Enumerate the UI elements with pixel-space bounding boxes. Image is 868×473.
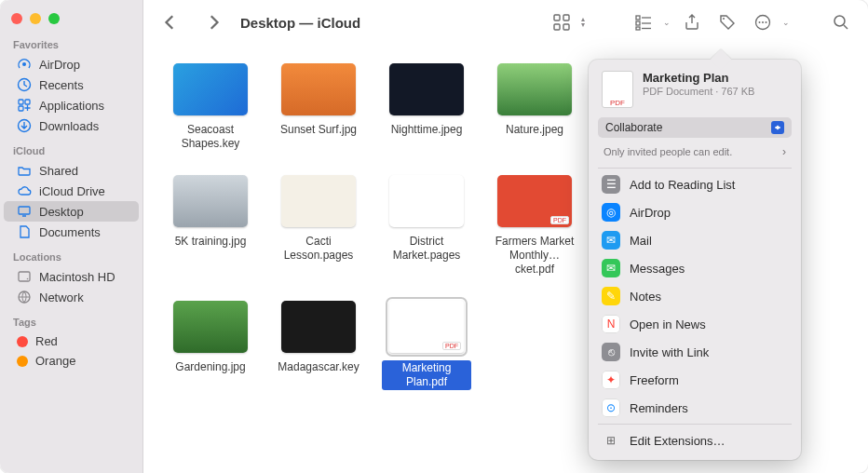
svg-rect-2 [19,100,23,104]
sidebar-item-icloud-drive[interactable]: iCloud Drive [4,181,139,201]
file-item[interactable]: Nighttime.jpeg [382,63,471,151]
sidebar-item-desktop[interactable]: Desktop [4,201,139,222]
share-item-label: Invite with Link [630,345,709,359]
file-name: 5K training.jpg [175,235,247,249]
svg-rect-11 [563,15,569,20]
collaborate-dropdown[interactable]: Collaborate [598,117,792,138]
svg-line-26 [844,25,848,29]
sidebar-item-network[interactable]: Network [4,287,139,307]
sidebar-item-label: Documents [39,225,101,239]
share-item-reminders[interactable]: ⊙Reminders [589,394,801,422]
file-name: Nighttime.jpeg [391,123,463,137]
file-item[interactable]: Madagascar.key [274,301,363,390]
sidebar-item-recents[interactable]: Recents [4,74,139,95]
pdf-badge: PDF [442,342,461,350]
share-item-label: Messages [630,262,685,276]
separator [598,424,792,425]
share-item-label: Open in News [630,318,706,331]
window-controls [0,7,142,35]
sidebar-item-label: Shared [39,164,78,178]
file-item[interactable]: Seacoast Shapes.key [166,63,255,151]
sidebar: Favorites AirDropRecentsApplicationsDown… [0,0,143,473]
app-icon: ✦ [602,371,620,389]
sidebar-item-downloads[interactable]: Downloads [4,115,139,136]
back-button[interactable] [156,10,184,34]
share-item-notes[interactable]: ✎Notes [589,282,801,310]
share-item-messages[interactable]: ✉Messages [589,254,801,282]
forward-button[interactable] [199,10,227,34]
file-item[interactable]: Gardening.jpg [166,301,255,390]
svg-rect-13 [563,24,569,30]
view-chevron-icon[interactable]: ▴▾ [581,17,585,28]
file-thumbnail: PDF [389,301,464,353]
file-thumbnail [389,63,464,115]
zoom-window[interactable] [48,13,60,24]
tags-header: Tags [0,313,142,331]
share-item-label: Add to Reading List [630,178,735,192]
share-file-subtitle: PDF Document · 767 KB [643,86,754,97]
sidebar-item-airdrop[interactable]: AirDrop [4,54,139,74]
svg-rect-18 [636,27,640,30]
share-item-invite-with-link[interactable]: ⎋Invite with Link [589,338,801,366]
group-chevron-icon[interactable]: ⌄ [663,18,671,27]
toolbar: Desktop — iCloud ▴▾ ⌄ ⌄ [143,0,868,45]
share-item-airdrop[interactable]: ◎AirDrop [589,198,801,226]
share-item-freeform[interactable]: ✦Freeform [589,366,801,394]
window-title: Desktop — iCloud [240,15,360,31]
sidebar-item-macintosh-hd[interactable]: Macintosh HD [4,266,139,287]
file-name: Gardening.jpg [175,360,245,374]
actions-chevron-icon[interactable]: ⌄ [782,18,790,27]
sidebar-item-documents[interactable]: Documents [4,222,139,242]
app-icon: ⎋ [602,343,620,361]
globe-icon [17,290,32,304]
share-item-mail[interactable]: ✉Mail [589,226,801,254]
file-name: Seacoast Shapes.key [166,123,255,151]
view-icons-button[interactable] [548,10,576,34]
tag-red[interactable]: Red [4,331,139,351]
file-thumbnail: PDF [497,175,572,227]
actions-button[interactable] [749,10,777,34]
sidebar-item-label: Applications [39,99,104,113]
group-button[interactable] [630,10,658,34]
file-item[interactable]: Sunset Surf.jpg [274,63,363,151]
file-thumbnail [173,175,248,227]
share-item-open-in-news[interactable]: NOpen in News [589,310,801,338]
svg-point-0 [22,62,26,66]
tag-dot-icon [17,356,28,367]
collaborate-label: Collaborate [605,121,662,134]
file-item[interactable]: PDFMarketing Plan.pdf [382,301,471,390]
file-thumbnail [281,301,356,353]
sidebar-item-shared[interactable]: Shared [4,160,139,181]
file-item[interactable]: PDFFarmers Market Monthly…cket.pdf [490,175,579,277]
separator [598,168,792,169]
search-button[interactable] [827,10,855,34]
file-name: Farmers Market Monthly…cket.pdf [490,235,579,277]
file-item[interactable]: Cacti Lesson.pages [274,175,363,277]
tag-orange[interactable]: Orange [4,351,139,371]
svg-rect-16 [636,21,640,25]
disk-icon [17,269,32,284]
share-button[interactable] [678,10,706,34]
close-window[interactable] [11,13,22,24]
file-thumbnail [497,63,572,115]
tag-label: Red [35,334,58,348]
file-thumbnail [281,63,356,115]
file-item[interactable]: Nature.jpeg [490,63,579,151]
file-name: Nature.jpeg [506,123,563,137]
file-thumbnail [173,301,248,353]
file-thumbnail [281,175,356,227]
permission-row[interactable]: Only invited people can edit. › [589,142,801,166]
tags-button[interactable] [713,10,741,34]
file-item[interactable]: District Market.pages [382,175,471,277]
apps-icon [17,98,32,113]
sidebar-item-label: iCloud Drive [39,184,105,198]
share-item-label: Mail [630,234,652,248]
sidebar-item-label: Desktop [39,205,84,219]
sidebar-item-label: AirDrop [39,58,80,72]
sidebar-item-applications[interactable]: Applications [4,95,139,115]
icloud-header: iCloud [0,142,142,160]
share-item-add-to-reading-list[interactable]: ☰Add to Reading List [589,170,801,198]
edit-extensions[interactable]: ⊞ Edit Extensions… [589,426,801,454]
file-item[interactable]: 5K training.jpg [166,175,255,277]
minimize-window[interactable] [30,13,41,24]
